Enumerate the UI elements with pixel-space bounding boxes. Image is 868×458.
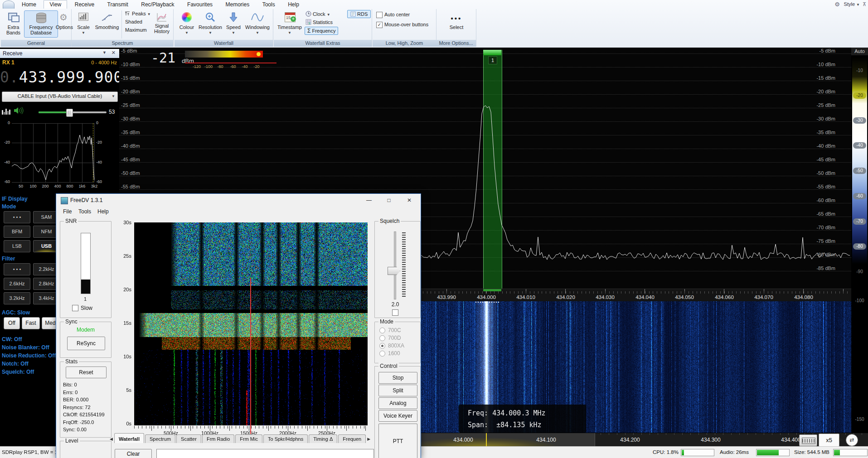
tabs-scroll-left-icon[interactable]: ◀: [110, 437, 113, 441]
select-button[interactable]: ••• Select: [440, 10, 473, 38]
tab-home[interactable]: Home: [16, 0, 42, 9]
span-reset-button[interactable]: ⇄: [846, 434, 858, 446]
mode-bfm-button[interactable]: BFM: [4, 226, 30, 238]
equalizer-icon[interactable]: [2, 107, 11, 115]
frequency-button[interactable]: Σ Frequency: [305, 27, 338, 35]
close-button[interactable]: ✕: [399, 194, 420, 207]
radio-1600[interactable]: [379, 351, 385, 357]
pin-ribbon-icon[interactable]: ⊼: [863, 1, 866, 7]
mouse-over-buttons-checkbox[interactable]: ✓: [376, 22, 383, 28]
size-bar: [833, 449, 868, 456]
auto-center-checkbox[interactable]: [376, 12, 383, 18]
sync-state: Modem: [60, 327, 111, 333]
agc-fast-button[interactable]: Fast: [22, 317, 40, 329]
maximum-button[interactable]: Maximum: [125, 27, 147, 33]
freedv-titlebar[interactable]: FreeDV 1.3.1 — □ ✕: [56, 194, 421, 207]
maximize-button[interactable]: □: [379, 194, 399, 207]
tab-spectrum[interactable]: Spectrum: [145, 434, 175, 443]
scale-button[interactable]: Scale ▼: [74, 10, 93, 38]
radio-800xa[interactable]: [379, 343, 385, 349]
mode-lsb-button[interactable]: LSB: [4, 240, 30, 252]
clock-button[interactable]: Clock ▼: [305, 11, 330, 17]
tabs-scroll-right-icon[interactable]: ▶: [367, 437, 370, 441]
peaks-button[interactable]: Peaks ▼: [124, 11, 151, 16]
clear-button[interactable]: Clear: [115, 449, 152, 458]
squelch-ticks: [402, 232, 406, 298]
statistics-button[interactable]: 9 Statistics: [305, 19, 333, 25]
squelch-checkbox[interactable]: [392, 309, 398, 316]
tab-receive[interactable]: Receive: [69, 0, 100, 9]
windowing-button[interactable]: Windowing ▼: [242, 10, 272, 38]
audio-input-select[interactable]: CABLE Input (VB-Audio Virtual Cable) ▼: [2, 92, 118, 102]
control-group: Control Stop Split Analog Voice Keyer PT…: [374, 366, 421, 458]
colour-button[interactable]: Colour ▼: [177, 10, 197, 38]
auto-level-button[interactable]: Auto: [851, 48, 868, 55]
keyboard-entry-button[interactable]: [799, 434, 817, 446]
frequency-display[interactable]: 0.433.999.900: [0, 66, 119, 89]
menu-file[interactable]: File: [63, 208, 72, 215]
tab-frm-radio[interactable]: Frm Radio: [202, 434, 234, 443]
snr-slow-label: Slow: [81, 305, 92, 311]
ribbon-group-low-high-zoom: Auto center ✓ Mouse-over buttons Low, Hi…: [373, 9, 436, 47]
speaker-icon[interactable]: [14, 106, 24, 115]
radio-700c[interactable]: [379, 328, 385, 333]
tab-help[interactable]: Help: [282, 0, 305, 9]
resync-button[interactable]: ReSync: [67, 337, 105, 350]
volume-slider[interactable]: [39, 111, 107, 113]
radio-700d[interactable]: [379, 335, 385, 341]
tab-favourites[interactable]: Favourites: [182, 0, 218, 9]
snr-slow-checkbox[interactable]: [72, 305, 78, 311]
tab-memories[interactable]: Memories: [220, 0, 255, 9]
freedv-title: FreeDV 1.3.1: [70, 197, 102, 203]
speed-button[interactable]: Speed ▼: [224, 10, 242, 38]
settings-gear-icon[interactable]: ⚙: [834, 1, 840, 8]
audio-spectrum: 0 -20 -40 -60 0 -20 -40 -60 50 100 200 4…: [0, 120, 119, 190]
shaded-button[interactable]: Shaded: [125, 19, 142, 24]
volume-handle[interactable]: [66, 109, 73, 117]
squelch-slider-handle[interactable]: [388, 267, 400, 275]
signal-history-button[interactable]: SignalHistory: [151, 10, 172, 38]
split-button[interactable]: Split: [378, 385, 417, 396]
timestamp-button[interactable]: 15 + Timestamp ▼: [276, 10, 303, 38]
style-menu[interactable]: Style ▼: [844, 1, 860, 7]
smoothing-button[interactable]: Smoothing: [92, 10, 121, 38]
tab-tools[interactable]: Tools: [257, 0, 281, 9]
ptt-button[interactable]: PTT: [378, 424, 417, 458]
tab-view[interactable]: View: [44, 0, 67, 9]
mode-more-button[interactable]: • • •: [4, 211, 30, 223]
tab-scatter[interactable]: Scatter: [176, 434, 201, 443]
filter-32-button[interactable]: 3.2kHz: [4, 292, 30, 304]
menu-tools[interactable]: Tools: [78, 208, 91, 215]
minimize-button[interactable]: —: [359, 194, 379, 207]
tab-transmit[interactable]: Transmit: [102, 0, 134, 9]
extra-bands-button[interactable]: Extra Bands: [3, 10, 24, 38]
options-button[interactable]: ⚙ Options: [58, 10, 71, 38]
tab-frequency[interactable]: Frequen: [338, 434, 366, 443]
tab-waterfall[interactable]: Waterfall: [114, 433, 144, 443]
squelch-slider-track[interactable]: [394, 231, 396, 299]
resolution-button[interactable]: Resolution ▼: [196, 10, 224, 38]
analog-button[interactable]: Analog: [378, 397, 417, 409]
agc-off-button[interactable]: Off: [4, 317, 20, 329]
frequency-database-button[interactable]: Frequency Database: [24, 10, 58, 38]
tab-timing[interactable]: Timing Δ: [309, 434, 337, 443]
level-pill-20: -20: [853, 92, 866, 99]
tab-to-spkr[interactable]: To Spkr/Hdphns: [263, 434, 308, 443]
panel-collapse-icon[interactable]: ▼: [102, 50, 107, 55]
reset-button[interactable]: Reset: [66, 366, 107, 378]
rds-button[interactable]: RDS: [347, 10, 371, 18]
voice-keyer-button[interactable]: Voice Keyer: [378, 410, 417, 422]
panel-close-icon[interactable]: ✕: [112, 50, 116, 56]
filter-more-button[interactable]: • • •: [4, 263, 30, 275]
app-menu-button[interactable]: [3, 0, 15, 9]
filter-26-button[interactable]: 2.6kHz: [4, 278, 30, 290]
freedv-text-field[interactable]: [156, 449, 374, 458]
tab-frm-mic[interactable]: Frm Mic: [235, 434, 262, 443]
rds-doc-icon: [350, 11, 356, 17]
ellipsis-icon: •••: [441, 14, 472, 22]
tab-rec-playback[interactable]: Rec/Playback: [136, 0, 179, 9]
menu-help[interactable]: Help: [97, 208, 109, 215]
zoom-button[interactable]: x5: [819, 434, 839, 447]
zoom-expand-icon[interactable]: ▶: [839, 437, 843, 442]
stop-button[interactable]: Stop: [378, 372, 417, 384]
